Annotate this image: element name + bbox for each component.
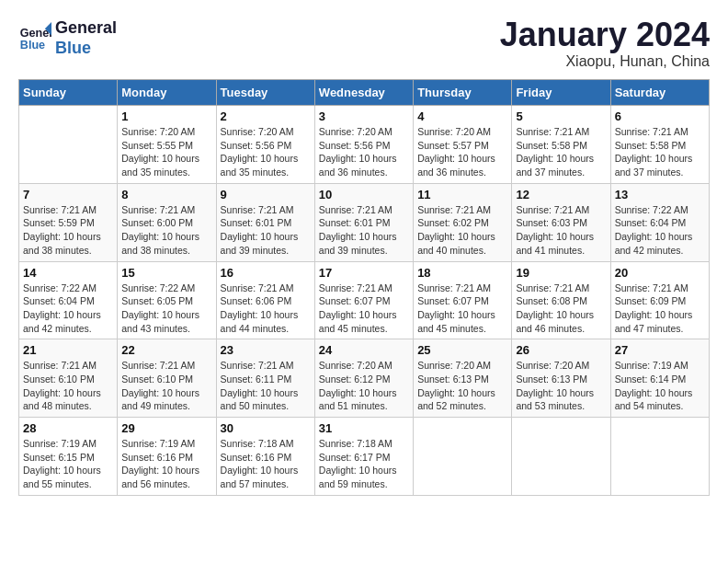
day-number: 25: [417, 343, 507, 357]
day-info: Sunrise: 7:21 AMSunset: 6:07 PMDaylight:…: [417, 282, 495, 334]
day-info: Sunrise: 7:22 AMSunset: 6:04 PMDaylight:…: [23, 282, 101, 334]
day-number: 28: [23, 421, 113, 435]
logo: General Blue General Blue: [18, 18, 117, 58]
day-cell: 31 Sunrise: 7:18 AMSunset: 6:17 PMDaylig…: [314, 418, 413, 496]
logo-icon: General Blue: [18, 22, 51, 55]
day-info: Sunrise: 7:19 AMSunset: 6:16 PMDaylight:…: [121, 438, 199, 489]
day-info: Sunrise: 7:19 AMSunset: 6:15 PMDaylight:…: [23, 438, 101, 489]
day-cell: 18 Sunrise: 7:21 AMSunset: 6:07 PMDaylig…: [414, 261, 512, 339]
day-cell: 29 Sunrise: 7:19 AMSunset: 6:16 PMDaylig…: [118, 418, 216, 496]
calendar-table: SundayMondayTuesdayWednesdayThursdayFrid…: [18, 79, 710, 496]
svg-text:Blue: Blue: [20, 38, 45, 51]
day-cell: 2 Sunrise: 7:20 AMSunset: 5:56 PMDayligh…: [216, 106, 314, 184]
day-number: 1: [121, 109, 211, 123]
day-info: Sunrise: 7:21 AMSunset: 6:08 PMDaylight:…: [516, 282, 594, 334]
day-cell: 19 Sunrise: 7:21 AMSunset: 6:08 PMDaylig…: [512, 261, 610, 339]
day-number: 9: [221, 188, 311, 201]
day-number: 4: [417, 109, 507, 123]
day-info: Sunrise: 7:21 AMSunset: 5:58 PMDaylight:…: [516, 126, 594, 178]
day-number: 21: [23, 343, 113, 357]
day-number: 22: [121, 343, 211, 357]
day-cell: [19, 106, 118, 184]
day-cell: 4 Sunrise: 7:20 AMSunset: 5:57 PMDayligh…: [414, 106, 512, 184]
weekday-header-row: SundayMondayTuesdayWednesdayThursdayFrid…: [19, 80, 710, 106]
day-cell: 5 Sunrise: 7:21 AMSunset: 5:58 PMDayligh…: [512, 106, 610, 184]
day-cell: 11 Sunrise: 7:21 AMSunset: 6:02 PMDaylig…: [414, 183, 512, 261]
day-info: Sunrise: 7:21 AMSunset: 6:01 PMDaylight:…: [221, 204, 299, 256]
day-info: Sunrise: 7:21 AMSunset: 5:59 PMDaylight:…: [23, 204, 101, 256]
title-block: January 2024 Xiaopu, Hunan, China: [500, 18, 710, 70]
day-number: 12: [516, 188, 606, 201]
day-cell: 28 Sunrise: 7:19 AMSunset: 6:15 PMDaylig…: [19, 418, 118, 496]
day-info: Sunrise: 7:21 AMSunset: 6:10 PMDaylight:…: [121, 360, 199, 411]
day-number: 18: [417, 266, 507, 280]
week-row-1: 1 Sunrise: 7:20 AMSunset: 5:55 PMDayligh…: [19, 106, 710, 184]
page-header: General Blue General Blue January 2024 X…: [18, 18, 710, 70]
day-number: 20: [615, 266, 705, 280]
day-info: Sunrise: 7:21 AMSunset: 6:01 PMDaylight:…: [319, 204, 397, 256]
day-info: Sunrise: 7:19 AMSunset: 6:14 PMDaylight:…: [615, 360, 693, 411]
day-cell: 9 Sunrise: 7:21 AMSunset: 6:01 PMDayligh…: [216, 183, 314, 261]
week-row-3: 14 Sunrise: 7:22 AMSunset: 6:04 PMDaylig…: [19, 261, 710, 339]
day-cell: 1 Sunrise: 7:20 AMSunset: 5:55 PMDayligh…: [118, 106, 216, 184]
day-number: 10: [319, 188, 409, 201]
day-info: Sunrise: 7:22 AMSunset: 6:04 PMDaylight:…: [615, 204, 693, 256]
day-number: 11: [417, 188, 507, 201]
weekday-wednesday: Wednesday: [314, 80, 413, 106]
day-cell: 16 Sunrise: 7:21 AMSunset: 6:06 PMDaylig…: [216, 261, 314, 339]
day-number: 16: [221, 266, 311, 280]
day-info: Sunrise: 7:21 AMSunset: 6:11 PMDaylight:…: [221, 360, 299, 411]
day-cell: 26 Sunrise: 7:20 AMSunset: 6:13 PMDaylig…: [512, 339, 610, 418]
weekday-saturday: Saturday: [610, 80, 709, 106]
day-number: 14: [23, 266, 113, 280]
day-cell: 7 Sunrise: 7:21 AMSunset: 5:59 PMDayligh…: [19, 183, 118, 261]
day-cell: [512, 418, 610, 496]
day-number: 30: [221, 421, 311, 435]
day-info: Sunrise: 7:21 AMSunset: 6:03 PMDaylight:…: [516, 204, 594, 256]
day-number: 15: [121, 266, 211, 280]
day-info: Sunrise: 7:21 AMSunset: 6:02 PMDaylight:…: [417, 204, 495, 256]
day-number: 8: [121, 188, 211, 201]
day-cell: 21 Sunrise: 7:21 AMSunset: 6:10 PMDaylig…: [19, 339, 118, 418]
month-title: January 2024: [500, 18, 710, 52]
day-info: Sunrise: 7:21 AMSunset: 6:10 PMDaylight:…: [23, 360, 101, 411]
day-info: Sunrise: 7:21 AMSunset: 5:58 PMDaylight:…: [615, 126, 693, 178]
day-cell: 10 Sunrise: 7:21 AMSunset: 6:01 PMDaylig…: [314, 183, 413, 261]
day-info: Sunrise: 7:22 AMSunset: 6:05 PMDaylight:…: [121, 282, 199, 334]
day-number: 6: [615, 109, 705, 123]
day-number: 24: [319, 343, 409, 357]
day-number: 26: [516, 343, 606, 357]
weekday-thursday: Thursday: [414, 80, 512, 106]
day-info: Sunrise: 7:20 AMSunset: 5:56 PMDaylight:…: [221, 126, 299, 178]
day-number: 17: [319, 266, 409, 280]
day-cell: 12 Sunrise: 7:21 AMSunset: 6:03 PMDaylig…: [512, 183, 610, 261]
day-cell: 27 Sunrise: 7:19 AMSunset: 6:14 PMDaylig…: [610, 339, 709, 418]
day-cell: 13 Sunrise: 7:22 AMSunset: 6:04 PMDaylig…: [610, 183, 709, 261]
week-row-2: 7 Sunrise: 7:21 AMSunset: 5:59 PMDayligh…: [19, 183, 710, 261]
day-info: Sunrise: 7:20 AMSunset: 6:13 PMDaylight:…: [516, 360, 594, 411]
day-cell: 22 Sunrise: 7:21 AMSunset: 6:10 PMDaylig…: [118, 339, 216, 418]
week-row-5: 28 Sunrise: 7:19 AMSunset: 6:15 PMDaylig…: [19, 418, 710, 496]
day-cell: 17 Sunrise: 7:21 AMSunset: 6:07 PMDaylig…: [314, 261, 413, 339]
day-cell: 14 Sunrise: 7:22 AMSunset: 6:04 PMDaylig…: [19, 261, 118, 339]
day-number: 27: [615, 343, 705, 357]
day-number: 3: [319, 109, 409, 123]
day-number: 23: [221, 343, 311, 357]
day-info: Sunrise: 7:20 AMSunset: 6:12 PMDaylight:…: [319, 360, 397, 411]
day-cell: [414, 418, 512, 496]
day-cell: 20 Sunrise: 7:21 AMSunset: 6:09 PMDaylig…: [610, 261, 709, 339]
day-cell: 23 Sunrise: 7:21 AMSunset: 6:11 PMDaylig…: [216, 339, 314, 418]
day-cell: 6 Sunrise: 7:21 AMSunset: 5:58 PMDayligh…: [610, 106, 709, 184]
day-number: 2: [221, 109, 311, 123]
day-cell: 8 Sunrise: 7:21 AMSunset: 6:00 PMDayligh…: [118, 183, 216, 261]
day-cell: [610, 418, 709, 496]
day-cell: 25 Sunrise: 7:20 AMSunset: 6:13 PMDaylig…: [414, 339, 512, 418]
day-info: Sunrise: 7:21 AMSunset: 6:06 PMDaylight:…: [221, 282, 299, 334]
week-row-4: 21 Sunrise: 7:21 AMSunset: 6:10 PMDaylig…: [19, 339, 710, 418]
day-cell: 30 Sunrise: 7:18 AMSunset: 6:16 PMDaylig…: [216, 418, 314, 496]
day-info: Sunrise: 7:20 AMSunset: 5:55 PMDaylight:…: [121, 126, 199, 178]
logo-general: General: [55, 18, 117, 39]
day-number: 19: [516, 266, 606, 280]
day-cell: 3 Sunrise: 7:20 AMSunset: 5:56 PMDayligh…: [314, 106, 413, 184]
day-info: Sunrise: 7:20 AMSunset: 5:56 PMDaylight:…: [319, 126, 397, 178]
